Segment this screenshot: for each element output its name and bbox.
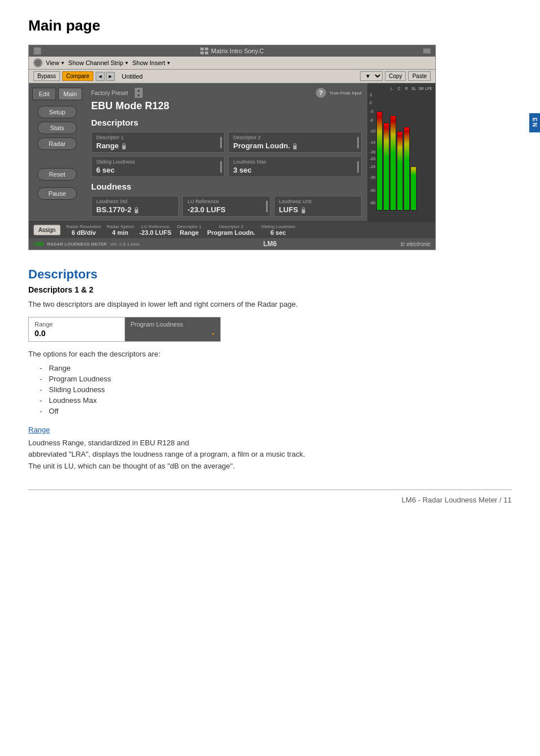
compare-button[interactable]: Compare <box>62 71 93 81</box>
title-bar: Matrix Intro Sony.C <box>29 45 435 57</box>
preset-title: Untitled <box>117 73 147 80</box>
lu-reference-slider[interactable] <box>266 201 268 212</box>
meter-bar-sl <box>397 92 403 211</box>
meter-scale: 3 0 -3 -6 -10 -14 -18 -20 -24 -30 -40 -6… <box>370 92 375 211</box>
descriptors-grid: Descriptor 1 Range Descriptor 2 Program … <box>91 132 362 177</box>
footer-right: tc electronic <box>401 241 431 247</box>
ch-r-label: R <box>403 87 410 91</box>
lock3-icon <box>134 207 139 213</box>
meters-area: 3 0 -3 -6 -10 -14 -18 -20 -24 -30 -40 -6… <box>370 92 433 211</box>
descriptor2-slider[interactable] <box>357 137 359 148</box>
reset-button[interactable]: Reset <box>37 168 77 181</box>
list-item: -Program Loudness <box>40 373 512 384</box>
list-item: -Sliding Loudness <box>40 384 512 395</box>
ch-c-label: C <box>396 87 402 91</box>
loudness-std-box: Loudness Std BS.1770-2 <box>91 196 179 217</box>
assign-button[interactable]: Assign <box>33 225 61 235</box>
preset-up[interactable]: ▲ <box>135 88 143 93</box>
preview-program-value: - <box>131 329 215 338</box>
bottom-bar: Assign Radar Resolution 6 dB/div Radar S… <box>29 221 435 238</box>
sliding-loudness-value: 6 sec <box>96 166 220 174</box>
main-button[interactable]: Main <box>58 88 82 100</box>
preset-row: Factory Preset ▲ ▼ ? True-Peak Input <box>91 88 362 98</box>
loudness-std-value: BS.1770-2 <box>96 205 174 214</box>
factory-preset-label: Factory Preset <box>91 90 128 96</box>
ebu-title: EBU Mode R128 <box>91 100 362 112</box>
scale-m18: -18 <box>370 148 375 156</box>
svg-rect-0 <box>200 48 204 50</box>
preview-range-label: Range <box>35 321 119 328</box>
loudness-max-label: Loudness Max <box>233 159 357 165</box>
descriptor-preview-left: Range 0.0 <box>29 317 125 341</box>
sliding-loudness-stat: Sliding Loudness 6 sec <box>261 224 295 236</box>
descriptor2-box: Descriptor 2 Program Loudn. <box>228 132 362 153</box>
meter-bar-sr <box>404 92 410 211</box>
pause-button[interactable]: Pause <box>37 187 77 200</box>
scale-m60: -60 <box>370 198 375 208</box>
loudness-max-slider[interactable] <box>357 161 359 173</box>
preset-down[interactable]: ▼ <box>135 93 143 98</box>
loudness-unit-box: Loudness Unit LUFS <box>274 196 362 217</box>
range-title: Range <box>28 426 512 434</box>
true-peak-label: True-Peak Input <box>329 91 362 96</box>
window-title: Matrix Intro Sony.C <box>200 48 264 54</box>
lu-reference-stat: LU Reference -23.0 LUFS <box>139 224 172 236</box>
sliding-loudness-label: Sliding Loudness <box>96 159 220 165</box>
lm6-logo: LM6 <box>33 241 44 247</box>
help-icon[interactable]: ? <box>316 88 326 98</box>
stats-button[interactable]: Stats <box>37 122 77 134</box>
descriptor1-slider[interactable] <box>220 137 222 148</box>
nav-next-button[interactable]: ► <box>106 72 115 81</box>
loudness-unit-value: LUFS <box>279 205 357 214</box>
menu-bar: View ▼ Show Channel Strip ▼ Show Insert … <box>29 57 435 70</box>
app-footer: LM6 RADAR LOUDNESS METER Ver. 0.8.1 beta… <box>29 238 435 250</box>
loudness-max-value: 3 sec <box>233 166 357 174</box>
lu-reference-label: LU Reference <box>187 199 265 204</box>
range-text: Loudness Range, standardized in EBU R128… <box>28 437 512 472</box>
scale-m3: -3 <box>370 108 375 115</box>
loudness-std-label: Loudness Std <box>96 199 174 204</box>
center-panel: Factory Preset ▲ ▼ ? True-Peak Input EBU… <box>85 83 367 221</box>
channel-select[interactable]: ▼ <box>360 71 383 81</box>
toolbar: Bypass Compare ◄ ► Untitled ▼ Copy Paste <box>29 70 435 83</box>
copy-button[interactable]: Copy <box>385 71 406 81</box>
setup-button[interactable]: Setup <box>37 106 77 118</box>
svg-rect-9 <box>135 209 138 213</box>
minimize-button[interactable] <box>423 48 431 54</box>
close-button[interactable] <box>33 47 41 55</box>
loudness-section: Loudness Loudness Std BS.1770-2 LU Refe <box>91 182 362 217</box>
show-insert-menu[interactable]: Show Insert ▼ <box>132 59 171 66</box>
meter-bar-r <box>390 92 396 211</box>
svg-rect-1 <box>205 48 208 50</box>
svg-rect-8 <box>293 145 297 149</box>
scale-m10: -10 <box>370 126 375 137</box>
view-menu[interactable]: View ▼ <box>46 59 65 66</box>
link-icon <box>33 58 42 67</box>
lock2-icon <box>292 143 298 149</box>
scale-m20: -20 <box>370 156 375 162</box>
loudness-max-box: Loudness Max 3 sec <box>228 156 362 177</box>
meter-bars <box>376 92 417 211</box>
meter-bar-c <box>383 92 389 211</box>
descriptor-preview-right: Program Loudness - <box>125 317 221 341</box>
radar-button[interactable]: Radar <box>37 138 77 150</box>
list-item: -Loudness Max <box>40 395 512 406</box>
sliding-loudness-slider[interactable] <box>220 161 222 173</box>
nav-prev-button[interactable]: ◄ <box>96 72 105 81</box>
paste-button[interactable]: Paste <box>408 71 431 81</box>
show-channel-strip-menu[interactable]: Show Channel Strip ▼ <box>68 59 129 66</box>
svg-rect-3 <box>205 51 208 54</box>
scale-3: 3 <box>370 92 375 98</box>
descriptor1-label: Descriptor 1 <box>96 135 220 140</box>
bypass-button[interactable]: Bypass <box>33 71 60 81</box>
descriptor1-value: Range <box>96 141 220 150</box>
descriptors-section: Descriptors Descriptors 1 & 2 The two de… <box>28 267 512 472</box>
descriptor1-stat: Descriptor 1 Range <box>177 224 202 236</box>
ch-lfe-label: LFE <box>425 87 432 91</box>
edit-button[interactable]: Edit <box>32 88 56 100</box>
descriptors-title: Descriptors <box>28 267 512 282</box>
loudness-heading: Loudness <box>91 182 362 191</box>
list-item: -Range <box>40 363 512 373</box>
lock-icon <box>121 143 127 149</box>
edit-main-row: Edit Main <box>32 88 82 100</box>
